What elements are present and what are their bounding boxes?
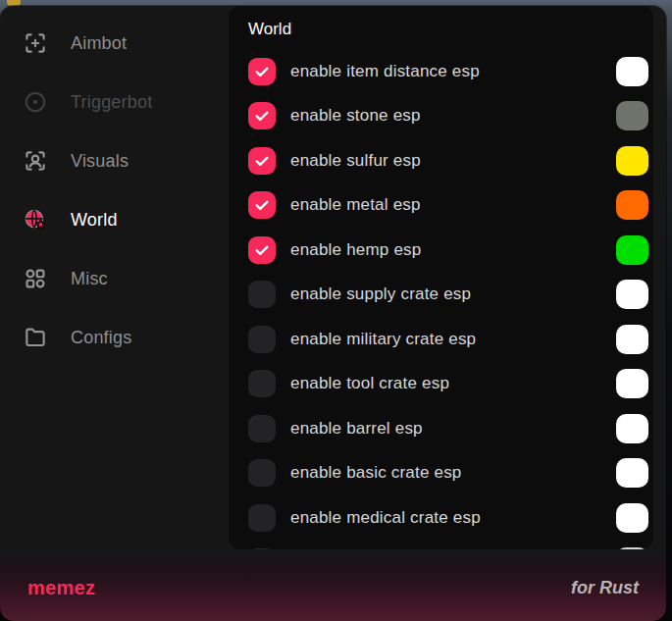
cheat-menu-window: Aimbot Triggerbot Visuals (0, 6, 666, 621)
esp-row-label: enable military crate esp (290, 330, 476, 349)
check-icon (253, 196, 271, 214)
sidebar-item-triggerbot[interactable]: Triggerbot (0, 73, 229, 131)
esp-color-swatch[interactable] (616, 280, 648, 309)
esp-row: enable medical crate esp (248, 495, 653, 541)
esp-color-swatch[interactable] (616, 547, 648, 549)
esp-row: enable metal esp (248, 183, 653, 229)
esp-row (248, 541, 653, 550)
esp-row: enable barrel esp (248, 406, 653, 451)
esp-row-label: enable item distance esp (290, 62, 480, 81)
panel-title: World (248, 20, 653, 39)
sidebar-item-misc[interactable]: Misc (0, 249, 229, 308)
esp-row: enable tool crate esp (248, 362, 653, 407)
esp-color-swatch[interactable] (616, 190, 648, 220)
user-scan-icon (23, 148, 48, 174)
esp-color-swatch[interactable] (616, 458, 648, 488)
esp-checkbox[interactable] (248, 370, 276, 397)
esp-row: enable hemp esp (248, 228, 653, 273)
sidebar-item-world[interactable]: World (0, 190, 229, 249)
esp-row: enable basic crate esp (248, 451, 653, 496)
esp-checkbox[interactable] (248, 236, 276, 264)
check-icon (253, 63, 271, 80)
sidebar-item-label: World (71, 210, 118, 231)
esp-row-label: enable barrel esp (290, 419, 423, 439)
esp-row-label: enable basic crate esp (290, 463, 462, 483)
footer-bar: memez for Rust (0, 555, 666, 621)
brand-tagline: for Rust (571, 578, 639, 598)
esp-checkbox[interactable] (248, 459, 276, 487)
esp-checkbox[interactable] (248, 58, 276, 85)
shapes-grid-icon (23, 266, 48, 291)
esp-checkbox[interactable] (248, 191, 276, 219)
esp-checkbox[interactable] (248, 548, 276, 549)
esp-checkbox[interactable] (248, 102, 276, 129)
esp-row-label: enable metal esp (290, 195, 421, 215)
esp-checkbox[interactable] (248, 281, 276, 308)
sidebar-item-configs[interactable]: Configs (0, 308, 229, 367)
esp-row-label: enable medical crate esp (290, 508, 481, 528)
esp-checkbox[interactable] (248, 415, 276, 442)
esp-color-swatch[interactable] (616, 146, 648, 176)
sidebar-item-label: Visuals (71, 151, 129, 172)
esp-row: enable supply crate esp (248, 273, 653, 318)
esp-color-swatch[interactable] (616, 101, 648, 130)
sidebar-item-aimbot[interactable]: Aimbot (0, 14, 229, 73)
esp-option-list: enable item distance esp enable stone es… (248, 49, 653, 549)
check-icon (253, 152, 271, 170)
esp-color-swatch[interactable] (616, 325, 648, 354)
folder-icon (23, 325, 48, 350)
esp-row-label: enable supply crate esp (290, 285, 471, 304)
crosshair-plus-icon (23, 30, 48, 56)
esp-row: enable item distance esp (248, 49, 653, 94)
sidebar-item-label: Triggerbot (71, 92, 152, 113)
esp-checkbox[interactable] (248, 504, 276, 532)
esp-row-label: enable tool crate esp (290, 374, 449, 393)
check-icon (253, 241, 271, 259)
esp-checkbox[interactable] (248, 147, 276, 175)
globe-star-icon (23, 207, 48, 233)
esp-color-swatch[interactable] (616, 57, 648, 86)
check-icon (253, 107, 271, 125)
esp-checkbox[interactable] (248, 326, 276, 353)
sidebar-item-label: Configs (71, 328, 131, 348)
esp-color-swatch[interactable] (616, 369, 648, 398)
esp-row: enable military crate esp (248, 317, 653, 362)
world-settings-panel: World enable item distance esp enable st… (229, 6, 653, 549)
esp-row: enable stone esp (248, 94, 653, 139)
esp-row-label: enable hemp esp (290, 240, 421, 260)
sidebar-item-label: Misc (71, 269, 108, 289)
sidebar-item-visuals[interactable]: Visuals (0, 131, 229, 190)
brand-name: memez (27, 577, 95, 599)
esp-row: enable sulfur esp (248, 138, 653, 183)
esp-row-label: enable stone esp (290, 106, 421, 126)
esp-color-swatch[interactable] (616, 503, 648, 533)
sidebar: Aimbot Triggerbot Visuals (0, 6, 229, 555)
esp-row-label: enable sulfur esp (290, 151, 421, 171)
esp-color-swatch[interactable] (616, 235, 648, 265)
esp-color-swatch[interactable] (616, 414, 648, 443)
circle-dot-icon (23, 89, 48, 115)
sidebar-item-label: Aimbot (71, 33, 127, 54)
